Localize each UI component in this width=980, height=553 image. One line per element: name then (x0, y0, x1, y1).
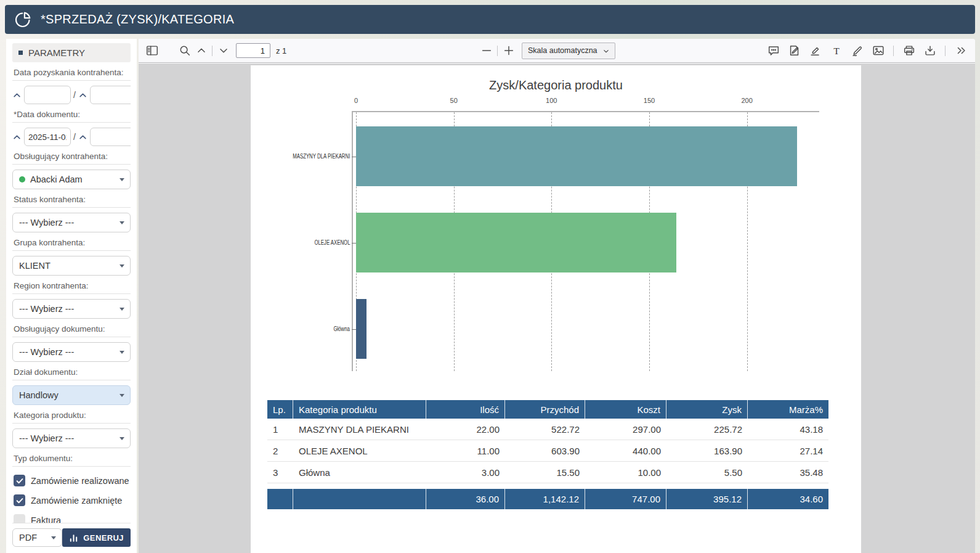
checkbox-icon[interactable] (14, 514, 25, 523)
field-label: Data pozyskania kontrahenta: (14, 68, 129, 77)
zoom-in-button[interactable] (500, 43, 517, 59)
table-cell: 522.72 (505, 419, 585, 440)
table-cell: 395.12 (666, 489, 748, 509)
status-dot-icon (19, 176, 25, 182)
checkbox-zamówienie-zamknięte[interactable]: Zamówienie zamknięte (14, 494, 129, 506)
page-count-label: z 1 (276, 46, 286, 55)
table-cell: Lp. (267, 400, 293, 419)
table-cell: 43.18 (748, 419, 828, 440)
divider (12, 250, 131, 251)
more-tools-icon (954, 44, 968, 57)
save-button[interactable] (921, 43, 938, 59)
chart-title: Zysk/Kategoria produktu (251, 78, 861, 92)
checkbox-label: Zamówienie zamknięte (31, 496, 122, 506)
table-cell: Koszt (585, 400, 666, 419)
checkbox-icon[interactable] (14, 494, 25, 506)
sidebar-toggle-button[interactable] (144, 43, 160, 59)
region-kontrahenta-select[interactable]: --- Wybierz --- (12, 299, 131, 319)
chevron-down-icon (119, 308, 124, 311)
image-button[interactable] (870, 43, 886, 59)
field-label: Kategoria produktu: (14, 411, 129, 420)
date-to-input[interactable] (90, 128, 131, 146)
report-table: Lp.Kategoria produktuIlośćPrzychódKosztZ… (267, 400, 828, 509)
svg-text:T: T (833, 46, 840, 56)
table-cell: 440.00 (585, 440, 666, 461)
divider (12, 122, 131, 123)
bar-główna (356, 299, 366, 359)
table-cell: 3 (267, 462, 293, 483)
table-cell (267, 489, 293, 509)
field-group-obsługujący-dokumentu: Obsługujący dokumentu:--- Wybierz --- (12, 324, 131, 362)
field-label: Grupa kontrahenta: (14, 238, 129, 247)
app-header: *SPRZEDAŻ (ZYSK)/KATEGORIA (5, 5, 975, 34)
grupa-kontrahenta-select[interactable]: KLIENT (12, 256, 131, 276)
table-cell: 15.50 (505, 462, 585, 483)
select-value: Abacki Adam (30, 174, 83, 184)
y-axis-line (352, 111, 353, 371)
kategoria-produktu-select[interactable]: --- Wybierz --- (12, 428, 131, 448)
select-value: Handlowy (19, 390, 59, 400)
text-tool-button[interactable]: T (828, 43, 844, 59)
pdf-page: Zysk/Kategoria produktu 050100150200MASZ… (251, 65, 861, 553)
checkbox-label: Zamówienie realizowane (31, 476, 129, 486)
table-cell: 36.00 (426, 489, 505, 509)
field-label: Status kontrahenta: (14, 195, 129, 204)
highlighter-button[interactable] (807, 43, 824, 59)
print-button[interactable] (901, 43, 917, 59)
zoom-scale-value: Skala automatyczna (528, 46, 597, 55)
chevron-down-icon (119, 351, 124, 354)
page-number-input[interactable] (236, 43, 270, 58)
date-stepper-up-icon[interactable] (12, 133, 22, 142)
slash-separator: / (73, 132, 76, 142)
table-cell: 22.00 (426, 419, 505, 440)
chevron-down-icon (119, 394, 124, 397)
table-cell: Główna (293, 462, 426, 483)
date-from-input[interactable] (24, 128, 71, 146)
checkbox-icon[interactable] (14, 475, 25, 486)
viewer-scroll-area[interactable]: Zysk/Kategoria produktu 050100150200MASZ… (139, 63, 975, 553)
chevron-down-icon (119, 221, 124, 224)
more-tools-button[interactable] (952, 43, 969, 59)
zoom-buttons (478, 43, 517, 59)
output-format-select[interactable]: PDF (12, 528, 62, 547)
dział-dokumentu-select[interactable]: Handlowy (12, 385, 131, 405)
table-cell: Ilość (426, 400, 505, 419)
table-cell: Przychód (505, 400, 585, 419)
image-icon (872, 44, 885, 57)
obsługujący-dokumentu-select[interactable]: --- Wybierz --- (12, 342, 131, 362)
signature-button[interactable] (786, 43, 803, 59)
date-stepper-up-icon[interactable] (12, 91, 22, 100)
obsługujący-kontrahenta-select[interactable]: Abacki Adam (12, 170, 131, 189)
generate-button[interactable]: GENERUJ (62, 528, 131, 547)
square-bullet-icon (18, 51, 23, 55)
date-from-input[interactable] (24, 86, 71, 104)
signature-icon (788, 44, 801, 57)
comment-button[interactable] (765, 43, 782, 59)
draw-button[interactable] (849, 43, 865, 59)
status-kontrahenta-select[interactable]: --- Wybierz --- (12, 213, 131, 232)
field-group-region-kontrahenta: Region kontrahenta:--- Wybierz --- (12, 281, 131, 319)
date-stepper-up-icon[interactable] (78, 91, 87, 100)
pdf-viewer-panel: z 1 Skala automatyczna T Zysk/Kategoria … (139, 39, 975, 553)
bar-maszyny-dla-piekarni (356, 126, 797, 186)
chevron-down-icon (602, 47, 610, 57)
chevron-down-button[interactable] (215, 43, 232, 59)
table-row: 2OLEJE AXENOL11.00603.90440.00163.9027.1… (267, 440, 828, 462)
search-button[interactable] (176, 43, 193, 59)
checkbox-faktura[interactable]: Faktura (14, 514, 129, 523)
zoom-out-button[interactable] (478, 43, 495, 59)
comment-icon (767, 44, 780, 57)
checkbox-zamówienie-realizowane[interactable]: Zamówienie realizowane (14, 475, 129, 486)
date-stepper-up-icon[interactable] (78, 133, 87, 142)
category-tick (352, 243, 356, 244)
category-label: OLEJE AXENOL (314, 239, 350, 247)
chevron-up-icon (195, 44, 208, 57)
zoom-scale-select[interactable]: Skala automatyczna (522, 43, 615, 59)
x-tick-label: 150 (644, 97, 655, 104)
chevron-up-button[interactable] (193, 43, 209, 59)
chevron-down-icon (51, 536, 56, 539)
date-to-input[interactable] (90, 86, 131, 104)
divider (12, 523, 131, 523)
x-tick-label: 50 (450, 97, 458, 104)
parameters-title: PARAMETRY (28, 47, 85, 58)
